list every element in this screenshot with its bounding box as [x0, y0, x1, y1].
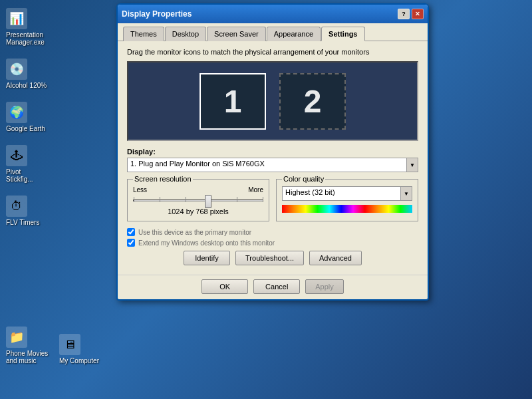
pivot-icon: 🕹: [6, 145, 27, 166]
ok-button[interactable]: OK: [201, 279, 248, 294]
checkbox-primary-monitor: Use this device as the primary monitor: [127, 228, 418, 236]
presentation-icon: 📊: [6, 8, 27, 29]
resolution-range-labels: Less More: [133, 186, 263, 194]
flv-icon: ⏱: [6, 196, 27, 217]
phone-movies-label: Phone Moviesand music: [6, 350, 48, 364]
screen-resolution-label: Screen resolution: [133, 175, 193, 183]
tab-settings[interactable]: Settings: [321, 27, 364, 41]
close-button[interactable]: ✕: [412, 9, 424, 19]
display-select-value[interactable]: 1. Plug and Play Monitor on SiS M760GX: [127, 158, 418, 172]
display-row: 1. Plug and Play Monitor on SiS M760GX ▼: [127, 158, 418, 172]
desktop-icon-my-computer[interactable]: 🖥 My Computer: [57, 332, 143, 366]
monitor-2-number: 2: [304, 83, 322, 120]
phone-movies-icon: 📁: [6, 327, 27, 348]
desktop-icon-flv[interactable]: ⏱ FLV Timers: [3, 194, 90, 227]
tick-2: [186, 197, 186, 202]
primary-monitor-checkbox[interactable]: [127, 228, 135, 236]
my-computer-icon: 🖥: [59, 334, 80, 355]
more-label: More: [248, 186, 263, 194]
monitor-1-box[interactable]: 1: [200, 73, 266, 130]
resolution-slider-track: [133, 196, 263, 205]
desktop-icon-alcohol[interactable]: 💿 Alcohol 120%: [3, 57, 90, 90]
tab-screen-saver[interactable]: Screen Saver: [207, 27, 266, 41]
color-bar: [282, 205, 412, 213]
presentation-label: PresentationManager.exe: [6, 31, 45, 46]
tab-appearance[interactable]: Appearance: [267, 27, 321, 41]
monitor-preview-area: 1 2: [127, 61, 418, 141]
color-quality-value[interactable]: Highest (32 bit): [282, 186, 412, 201]
color-quality-select-wrapper: Highest (32 bit) ▼: [282, 186, 412, 201]
display-label: Display:: [127, 148, 418, 156]
title-bar: Display Properties ? ✕: [118, 5, 428, 23]
help-button[interactable]: ?: [398, 9, 410, 19]
tick-5: [263, 197, 263, 202]
monitor-2-box[interactable]: 2: [279, 73, 346, 130]
resolution-value: 1024 by 768 pixels: [133, 207, 263, 215]
flv-label: FLV Timers: [6, 219, 39, 226]
dialog-title: Display Properties: [122, 9, 192, 19]
my-computer-label: My Computer: [59, 357, 99, 364]
instruction-text: Drag the monitor icons to match the phys…: [127, 48, 418, 56]
alcohol-icon: 💿: [6, 59, 27, 80]
google-earth-icon: 🌍: [6, 102, 27, 123]
tab-themes[interactable]: Themes: [123, 27, 164, 41]
two-column-section: Screen resolution Less More: [127, 179, 418, 221]
checkbox-extend-desktop: Extend my Windows desktop onto this moni…: [127, 239, 418, 247]
tick-0: [134, 197, 134, 202]
primary-monitor-label: Use this device as the primary monitor: [138, 229, 251, 236]
ok-cancel-row: OK Cancel Apply: [118, 275, 428, 299]
tick-4: [237, 197, 237, 202]
desktop-icon-google-earth[interactable]: 🌍 Google Earth: [3, 100, 90, 134]
resolution-slider-thumb[interactable]: [205, 195, 211, 208]
desktop-icons-area: 📊 PresentationManager.exe 💿 Alcohol 120%…: [0, 0, 106, 399]
cancel-button[interactable]: Cancel: [253, 279, 300, 294]
troubleshoot-button[interactable]: Troubleshoot...: [235, 251, 304, 265]
tick-1: [160, 197, 160, 202]
tab-desktop[interactable]: Desktop: [165, 27, 206, 41]
color-quality-label: Color quality: [282, 175, 325, 183]
desktop-icon-presentation[interactable]: 📊 PresentationManager.exe: [3, 7, 90, 47]
screen-resolution-group: Screen resolution Less More: [127, 179, 269, 221]
display-dropdown-arrow[interactable]: ▼: [406, 158, 418, 172]
display-properties-dialog: Display Properties ? ✕ Themes Desktop Sc…: [116, 3, 429, 301]
identify-button[interactable]: Identify: [184, 251, 230, 265]
display-select-wrapper: 1. Plug and Play Monitor on SiS M760GX ▼: [127, 158, 418, 172]
color-quality-group: Color quality Highest (32 bit) ▼: [276, 179, 418, 221]
apply-button[interactable]: Apply: [305, 279, 344, 294]
monitor-1-number: 1: [224, 83, 242, 120]
extend-desktop-checkbox[interactable]: [127, 239, 135, 247]
advanced-button[interactable]: Advanced: [309, 251, 362, 265]
color-quality-arrow[interactable]: ▼: [400, 186, 412, 201]
tabs-bar: Themes Desktop Screen Saver Appearance S…: [118, 23, 428, 41]
extend-desktop-label: Extend my Windows desktop onto this moni…: [138, 239, 275, 247]
resolution-slider-rail: [133, 200, 263, 201]
action-buttons: Identify Troubleshoot... Advanced: [127, 251, 418, 265]
dialog-content: Drag the monitor icons to match the phys…: [118, 41, 428, 275]
alcohol-label: Alcohol 120%: [6, 82, 47, 89]
less-label: Less: [133, 186, 147, 194]
google-earth-label: Google Earth: [6, 125, 45, 132]
title-bar-buttons: ? ✕: [398, 9, 424, 19]
pivot-label: PivotStickfig...: [6, 168, 33, 183]
desktop-icon-pivot[interactable]: 🕹 PivotStickfig...: [3, 144, 90, 184]
